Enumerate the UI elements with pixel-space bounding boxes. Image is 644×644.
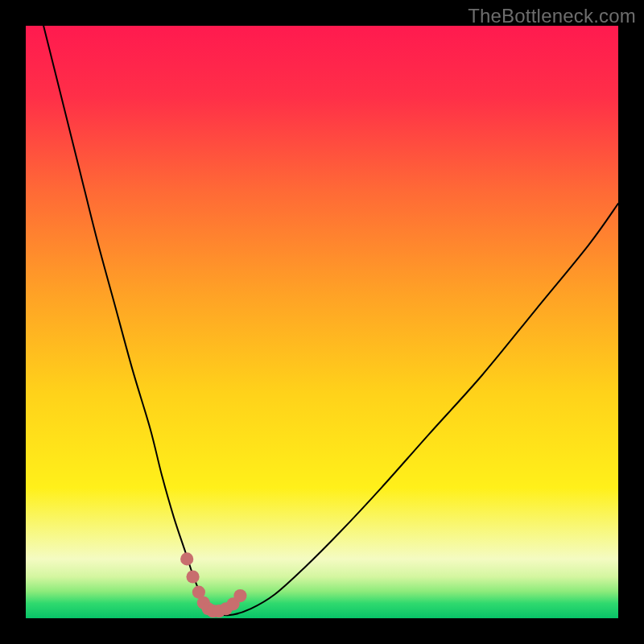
curve-layer bbox=[26, 26, 618, 618]
trough-marker bbox=[180, 552, 193, 565]
trough-markers bbox=[180, 552, 246, 617]
plot-area bbox=[26, 26, 618, 618]
bottleneck-curve bbox=[43, 26, 618, 615]
watermark-text: TheBottleneck.com bbox=[468, 5, 636, 27]
trough-marker bbox=[186, 570, 199, 583]
trough-marker bbox=[233, 589, 246, 602]
chart-frame: TheBottleneck.com bbox=[0, 0, 644, 644]
